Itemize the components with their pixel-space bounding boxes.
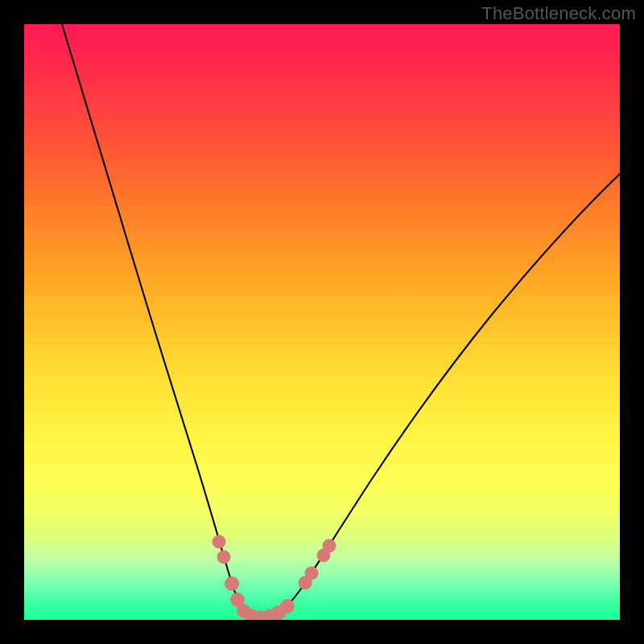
marker-dot xyxy=(213,535,226,549)
marker-dot xyxy=(217,551,231,564)
bottleneck-curve xyxy=(62,24,620,618)
marker-group xyxy=(213,535,336,621)
watermark-text: TheBottleneck.com xyxy=(481,3,636,24)
plot-area xyxy=(24,24,620,620)
curve-layer xyxy=(24,24,620,620)
marker-dot xyxy=(280,599,295,613)
chart-frame: TheBottleneck.com xyxy=(0,0,644,644)
marker-dot xyxy=(323,539,336,553)
marker-dot xyxy=(305,567,319,580)
marker-dot xyxy=(225,576,239,591)
